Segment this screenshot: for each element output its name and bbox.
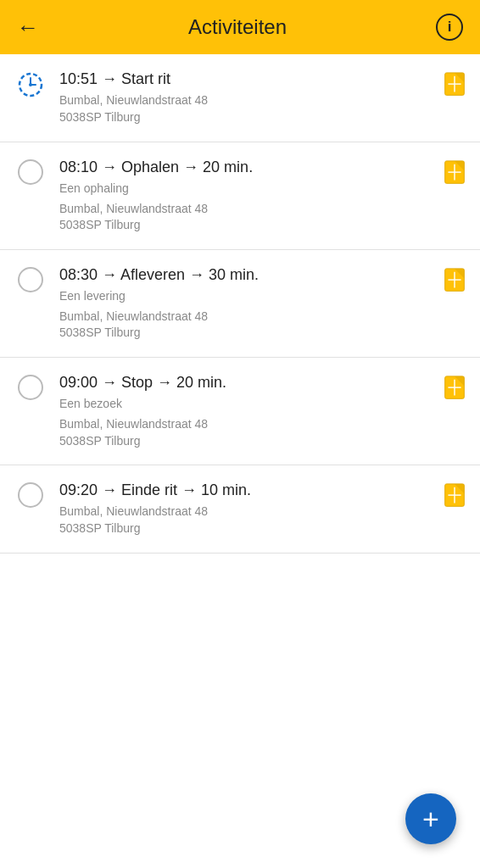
list-item[interactable]: 09:00 → Stop → 20 min.Een bezoekBumbal, … [0,358,480,465]
page-title: Activiteiten [188,15,287,39]
back-button[interactable]: ← [17,16,39,38]
map-icon[interactable] [443,71,466,100]
activity-address: Bumbal, Nieuwlandstraat 485038SP Tilburg [59,201,434,234]
list-item[interactable]: 09:20 → Einde rit → 10 min.Bumbal, Nieuw… [0,465,480,554]
circle-icon [14,482,47,508]
activity-address: Bumbal, Nieuwlandstraat 485038SP Tilburg [59,416,434,449]
activity-content: 08:30 → Afleveren → 30 min.Een leveringB… [59,265,434,342]
activity-label: Een ophaling [59,181,434,198]
activity-address: Bumbal, Nieuwlandstraat 485038SP Tilburg [59,309,434,342]
activity-title: 09:20 → Einde rit → 10 min. [59,481,434,500]
activity-list: 10:51 → Start ritBumbal, Nieuwlandstraat… [0,54,480,554]
list-item[interactable]: 08:10 → Ophalen → 20 min.Een ophalingBum… [0,142,480,250]
activity-label: Een bezoek [59,396,434,413]
activity-title: 10:51 → Start rit [59,70,434,89]
info-button[interactable]: i [436,14,463,41]
activity-address: Bumbal, Nieuwlandstraat 485038SP Tilburg [59,92,434,125]
list-item[interactable]: 08:30 → Afleveren → 30 min.Een leveringB… [0,250,480,358]
map-svg [443,375,466,403]
map-svg [443,71,466,100]
map-icon[interactable] [443,267,466,296]
map-icon[interactable] [443,159,466,188]
map-svg [443,159,466,188]
clock-svg [17,71,44,98]
list-item[interactable]: 10:51 → Start ritBumbal, Nieuwlandstraat… [0,54,480,142]
activity-content: 09:00 → Stop → 20 min.Een bezoekBumbal, … [59,373,434,449]
map-icon[interactable] [443,482,466,511]
add-activity-button[interactable]: + [405,793,456,844]
plus-icon: + [422,804,439,833]
clock-icon [14,71,47,98]
circle-icon [14,267,47,292]
circle-icon [14,159,47,185]
activity-address: Bumbal, Nieuwlandstraat 485038SP Tilburg [59,504,434,537]
status-circle [18,267,43,292]
activity-title: 09:00 → Stop → 20 min. [59,373,434,392]
svg-point-3 [29,83,32,86]
status-circle [18,375,43,400]
status-circle [18,159,43,185]
activity-title: 08:30 → Afleveren → 30 min. [59,265,434,285]
activity-content: 10:51 → Start ritBumbal, Nieuwlandstraat… [59,70,434,126]
status-circle [18,482,43,508]
map-svg [443,482,466,511]
activity-title: 08:10 → Ophalen → 20 min. [59,158,434,177]
map-svg [443,267,466,296]
app-header: ← Activiteiten i [0,0,480,54]
activity-label: Een levering [59,288,434,305]
circle-icon [14,375,47,400]
activity-content: 08:10 → Ophalen → 20 min.Een ophalingBum… [59,158,434,234]
activity-content: 09:20 → Einde rit → 10 min.Bumbal, Nieuw… [59,481,434,537]
map-icon[interactable] [443,375,466,403]
